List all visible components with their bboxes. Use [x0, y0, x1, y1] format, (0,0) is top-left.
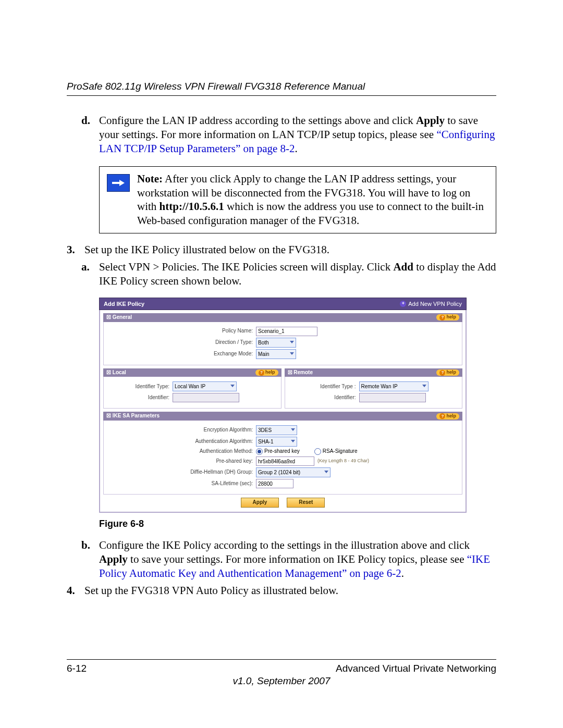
label-enc-alg: Encryption Algorithm: [108, 427, 256, 434]
note-box: Note: After you click Apply to change th… [99, 166, 496, 234]
select-direction[interactable] [256, 338, 296, 348]
step-d-text: Configure the LAN IP address according t… [99, 114, 496, 156]
input-remote-identifier[interactable] [359, 393, 426, 402]
input-policy-name[interactable] [256, 327, 317, 336]
add-new-vpn-policy-label: Add New VPN Policy [408, 300, 462, 307]
label-local-identifier: Identifier: [108, 394, 173, 401]
step-3-marker: 3. [67, 243, 84, 257]
select-enc-alg[interactable] [256, 425, 297, 435]
section-remote-title: ☒ Remote [288, 369, 313, 376]
footer-version: v1.0, September 2007 [67, 675, 496, 687]
input-local-identifier[interactable] [173, 393, 239, 402]
label-auth-alg: Authentication Algorithm: [108, 438, 256, 445]
footer-page-number: 6-12 [67, 663, 87, 674]
section-local-header: ☒ Local help [103, 368, 282, 377]
step-d-prefix: Configure the LAN IP address according t… [99, 114, 416, 127]
step-d-end: . [295, 142, 298, 155]
label-direction: Direction / Type: [108, 339, 256, 346]
running-header: ProSafe 802.11g Wireless VPN Firewall FV… [67, 81, 496, 96]
step-d-apply-word: Apply [416, 114, 445, 127]
step-3a-text: Select VPN > Policies. The IKE Policies … [99, 260, 496, 288]
step-3a-add-word: Add [393, 261, 413, 273]
radio-rsa[interactable]: RSA-Signature [314, 448, 358, 455]
help-badge-general[interactable]: help [436, 314, 459, 320]
step-3b-marker: b. [81, 538, 99, 581]
step-4-marker: 4. [67, 584, 84, 598]
step-3b-prefix: Configure the IKE Policy according to th… [99, 539, 470, 551]
section-sa-header: ☒ IKE SA Parameters help [103, 412, 462, 421]
select-auth-alg[interactable] [256, 437, 297, 447]
help-badge-local[interactable]: help [255, 369, 278, 376]
plus-icon: + [400, 301, 406, 307]
step-3a-prefix: Select VPN > Policies. The IKE Policies … [99, 261, 393, 273]
figure-caption: Figure 6-8 [99, 518, 496, 530]
radio-psk[interactable]: Pre-shared key [256, 448, 300, 455]
step-3b-text: Configure the IKE Policy according to th… [99, 538, 496, 581]
apply-button[interactable]: Apply [241, 498, 279, 508]
label-dh-group: Diffie-Hellman (DH) Group: [108, 469, 256, 476]
ui-title: Add IKE Policy [104, 300, 144, 307]
label-exchange: Exchange Mode: [108, 351, 256, 357]
label-psk: Pre-shared key: [108, 458, 256, 465]
step-3b-end: . [401, 567, 404, 579]
input-sa-life[interactable] [256, 479, 293, 488]
help-badge-sa[interactable]: help [436, 413, 459, 419]
section-general-title: ☒ General [106, 314, 132, 321]
ui-titlebar: Add IKE Policy + Add New VPN Policy [99, 298, 467, 310]
select-local-id-type[interactable] [173, 381, 237, 391]
label-policy-name: Policy Name: [108, 328, 256, 335]
select-remote-id-type[interactable] [359, 381, 429, 391]
step-3b-mid: to save your settings. For more informat… [128, 553, 467, 565]
section-general-header: ☒ General help [103, 313, 462, 322]
label-remote-id-type: Identifier Type : [289, 384, 359, 390]
step-4-text: Set up the FVG318 VPN Auto Policy as ill… [84, 584, 496, 598]
footer-section: Advanced Virtual Private Networking [336, 663, 496, 674]
section-local-title: ☒ Local [106, 369, 126, 376]
help-badge-remote[interactable]: help [436, 369, 459, 376]
step-3b-apply-word: Apply [99, 553, 128, 565]
step-d-openq: “ [436, 128, 441, 141]
step-3-text: Set up the IKE Policy illustrated below … [84, 243, 496, 257]
note-url: http://10.5.6.1 [160, 200, 224, 213]
add-new-vpn-policy-link[interactable]: + Add New VPN Policy [400, 300, 462, 307]
reset-button[interactable]: Reset [287, 498, 325, 508]
label-sa-life: SA-Lifetime (sec): [108, 480, 256, 487]
step-3a-marker: a. [81, 260, 99, 288]
figure-6-8: Add IKE Policy + Add New VPN Policy ☒ Ge… [99, 298, 496, 513]
arrow-right-icon [107, 174, 130, 192]
psk-hint: (Key Length 8 - 49 Char) [317, 458, 369, 464]
note-label: Note: [137, 172, 163, 185]
step-d-marker: d. [81, 114, 99, 156]
input-psk[interactable] [256, 456, 314, 466]
section-sa-title: ☒ IKE SA Parameters [106, 413, 160, 419]
select-exchange[interactable] [256, 349, 296, 359]
select-dh-group[interactable] [256, 467, 331, 477]
step-3b-openq: “ [467, 553, 472, 565]
label-local-id-type: Identifier Type: [108, 384, 173, 390]
label-remote-identifier: Identifier: [289, 394, 359, 401]
note-text: Note: After you click Apply to change th… [137, 172, 486, 228]
section-remote-header: ☒ Remote help [285, 368, 463, 377]
label-auth-method: Authentication Method: [108, 448, 256, 455]
